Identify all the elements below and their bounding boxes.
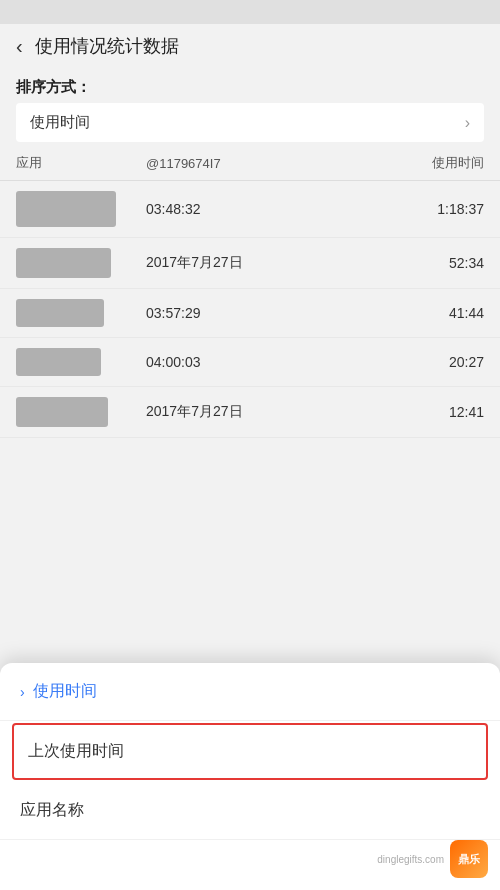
sort-section: 排序方式： 使用时间 › [0,68,500,146]
row3-date: 03:57:29 [146,305,414,321]
overlay-item-last-usage[interactable]: 上次使用时间 [12,723,488,780]
row1-date: 03:48:32 [146,201,414,217]
selected-chevron-icon: › [20,684,25,700]
table-row: 03:57:29 41:44 [0,289,500,338]
overlay-item-app-name-label: 应用名称 [20,800,84,821]
app-icon-3 [16,299,104,327]
sort-current-value: 使用时间 [30,113,90,132]
sort-dropdown-overlay: › 使用时间 上次使用时间 应用名称 dinglegifts.com 鼎乐 [0,663,500,890]
col-header-date: @1179674I7 [146,156,394,171]
col-header-time: 使用时间 [394,154,484,172]
row2-date: 2017年7月27日 [146,254,414,272]
row1-usage: 1:18:37 [414,201,484,217]
watermark-site: dinglegifts.com [377,854,444,865]
status-bar [0,0,500,24]
row5-date: 2017年7月27日 [146,403,414,421]
row4-date: 04:00:03 [146,354,414,370]
app-icon-5 [16,397,108,427]
overlay-item-last-usage-label: 上次使用时间 [28,741,124,762]
sort-selector[interactable]: 使用时间 › [16,103,484,142]
table-row: 04:00:03 20:27 [0,338,500,387]
watermark: dinglegifts.com 鼎乐 [377,840,488,878]
row4-usage: 20:27 [414,354,484,370]
table-row: 2017年7月27日 52:34 [0,238,500,289]
page-title: 使用情况统计数据 [35,34,179,58]
overlay-item-usage-time-label: 使用时间 [33,681,97,702]
header: ‹ 使用情况统计数据 [0,24,500,68]
back-button[interactable]: ‹ [16,35,23,58]
row5-usage: 12:41 [414,404,484,420]
watermark-logo: 鼎乐 [458,852,480,867]
col-header-app: 应用 [16,154,146,172]
overlay-item-app-name[interactable]: 应用名称 [0,782,500,840]
table-row: 2017年7月27日 12:41 [0,387,500,438]
overlay-item-usage-time[interactable]: › 使用时间 [0,663,500,721]
app-icon-2 [16,248,111,278]
app-icon-1 [16,191,116,227]
row3-usage: 41:44 [414,305,484,321]
main-screen: ‹ 使用情况统计数据 排序方式： 使用时间 › 应用 @1179674I7 使用… [0,0,500,890]
app-icon-4 [16,348,101,376]
table-row: 03:48:32 1:18:37 [0,181,500,238]
sort-label: 排序方式： [16,78,484,97]
row2-usage: 52:34 [414,255,484,271]
sort-arrow-icon: › [465,114,470,132]
table-header: 应用 @1179674I7 使用时间 [0,146,500,181]
